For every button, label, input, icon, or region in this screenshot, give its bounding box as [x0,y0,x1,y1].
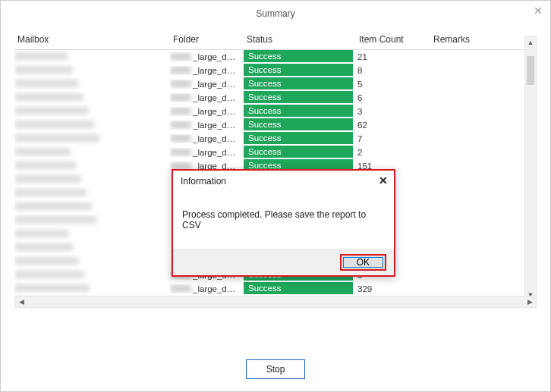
cell-folder: _large_d… [170,118,244,132]
scroll-right-icon[interactable]: ▶ [524,296,536,307]
status-badge: Success [244,50,353,63]
window-titlebar: Summary ✕ [1,1,550,30]
cell-item-count: 329 [356,282,430,296]
cell-remarks [430,91,537,105]
col-header-remarks[interactable]: Remarks [430,30,537,50]
cell-status: Success [244,118,356,132]
folder-label: _large_d… [193,52,241,61]
cell-remarks [430,200,537,214]
cell-mailbox [14,105,170,118]
cell-remarks [430,214,537,227]
window-title: Summary [256,8,294,19]
cell-mailbox [14,64,170,77]
col-header-item-count[interactable]: Item Count [356,30,430,50]
status-badge: Success [244,91,353,104]
cell-status: Success [244,132,356,146]
stop-button[interactable]: Stop [246,359,306,379]
dialog-message: Process completed. Please save the repor… [173,193,394,249]
cell-remarks [430,64,537,77]
horizontal-scrollbar[interactable]: ◀ ▶ [14,296,537,308]
vertical-scrollbar[interactable]: ▲ ▼ [524,36,537,302]
table-row[interactable]: _large_d…Success3 [14,105,537,118]
cell-remarks [430,132,537,146]
cell-remarks [430,268,537,282]
cell-status: Success [244,146,356,159]
table-row[interactable]: _large_d…Success5 [14,77,537,91]
folder-label: _large_d… [193,121,241,130]
folder-label: _large_d… [193,66,241,75]
scroll-thumb[interactable] [527,56,534,85]
footer: Stop [1,359,550,379]
cell-status: Success [244,105,356,118]
cell-mailbox [14,50,170,64]
scroll-left-icon[interactable]: ◀ [15,296,27,307]
table-row[interactable]: _large_d…Success21 [14,50,537,64]
col-header-status[interactable]: Status [244,30,356,50]
table-row[interactable]: _large_d…Success6 [14,91,537,105]
cell-mailbox [14,268,170,282]
status-badge: Success [244,64,353,77]
cell-remarks [430,255,537,268]
cell-remarks [430,146,537,159]
cell-folder: _large_d… [170,132,244,146]
cell-item-count: 8 [356,64,430,77]
cell-folder: _large_d… [170,146,244,159]
cell-remarks [430,241,537,255]
cell-folder: _large_d… [170,105,244,118]
cell-remarks [430,187,537,200]
dialog-title: Information [181,176,226,187]
folder-label: _large_d… [193,284,241,293]
cell-mailbox [14,173,170,187]
cell-remarks [430,159,537,173]
cell-mailbox [14,241,170,255]
cell-mailbox [14,118,170,132]
ok-button[interactable]: OK [340,254,386,271]
cell-remarks [430,173,537,187]
table-row[interactable]: _large_d…Success8 [14,64,537,77]
col-header-folder[interactable]: Folder [170,30,244,50]
information-dialog: Information ✕ Process completed. Please … [172,169,395,277]
cell-mailbox [14,187,170,200]
cell-remarks [430,50,537,64]
cell-status: Success [244,77,356,91]
folder-label: _large_d… [193,93,241,102]
table-header-row: Mailbox Folder Status Item Count Remarks [14,30,537,50]
folder-label: _large_d… [193,148,241,157]
cell-mailbox [14,132,170,146]
cell-folder: _large_d… [170,282,244,296]
scroll-up-icon[interactable]: ▲ [525,36,536,49]
dialog-titlebar: Information ✕ [173,171,394,193]
status-badge: Success [244,146,353,158]
cell-mailbox [14,91,170,105]
window-close-icon[interactable]: ✕ [534,5,543,16]
dialog-footer: OK [173,249,394,275]
cell-item-count: 3 [356,105,430,118]
status-badge: Success [244,105,353,118]
cell-item-count: 21 [356,50,430,64]
cell-status: Success [244,91,356,105]
table-row[interactable]: _large_d…Success7 [14,132,537,146]
status-badge: Success [244,77,353,90]
cell-mailbox [14,214,170,227]
folder-label: _large_d… [193,80,241,89]
dialog-close-icon[interactable]: ✕ [379,174,388,187]
cell-item-count: 7 [356,132,430,146]
cell-mailbox [14,159,170,173]
folder-label: _large_d… [193,134,241,143]
cell-item-count: 2 [356,146,430,159]
status-badge: Success [244,282,353,295]
cell-status: Success [244,64,356,77]
table-row[interactable]: _large_d…Success62 [14,118,537,132]
cell-remarks [430,118,537,132]
cell-item-count: 62 [356,118,430,132]
cell-mailbox [14,227,170,241]
table-row[interactable]: _large_d…Success2 [14,146,537,159]
cell-folder: _large_d… [170,50,244,64]
cell-folder: _large_d… [170,91,244,105]
cell-remarks [430,105,537,118]
col-header-mailbox[interactable]: Mailbox [14,30,170,50]
cell-remarks [430,227,537,241]
table-row[interactable]: _large_d…Success329 [14,282,537,296]
cell-remarks [430,282,537,296]
cell-mailbox [14,255,170,268]
